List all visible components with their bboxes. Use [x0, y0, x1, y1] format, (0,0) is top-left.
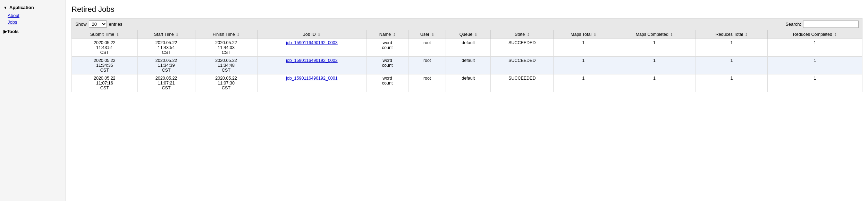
search-input[interactable] [803, 21, 859, 28]
table-row: 2020.05.2211:43:51CST2020.05.2211:43:54C… [72, 39, 862, 57]
sidebar-about-link[interactable]: About [8, 12, 66, 19]
cell-start-time: 2020.05.2211:43:54CST [137, 39, 195, 57]
show-label: Show [75, 22, 87, 27]
table-row: 2020.05.2211:07:16CST2020.05.2211:07:21C… [72, 74, 862, 92]
cell-reduces-completed: 1 [768, 74, 862, 92]
cell-reduces-completed: 1 [768, 39, 862, 57]
sidebar-tools-header[interactable]: ▶ Tools [0, 27, 66, 36]
col-reduces-total[interactable]: Reduces Total ⇕ [696, 30, 768, 39]
sidebar-tools-label: Tools [7, 29, 19, 34]
table-header-row: Submit Time ⇕ Start Time ⇕ Finish Time ⇕… [72, 30, 862, 39]
cell-name: wordcount [366, 74, 408, 92]
entries-select[interactable]: 10 20 50 100 [89, 21, 107, 28]
main-content: Retired Jobs Show 10 20 50 100 entries S… [66, 0, 868, 201]
sidebar-application-label: Application [9, 5, 34, 10]
cell-queue: default [446, 57, 491, 74]
col-maps-total[interactable]: Maps Total ⇕ [554, 30, 613, 39]
col-finish-time[interactable]: Finish Time ⇕ [195, 30, 257, 39]
cell-user: root [408, 57, 446, 74]
cell-submit-time: 2020.05.2211:07:16CST [72, 74, 138, 92]
col-queue[interactable]: Queue ⇕ [446, 30, 491, 39]
cell-queue: default [446, 74, 491, 92]
search-label: Search: [785, 22, 801, 27]
cell-reduces-total: 1 [696, 74, 768, 92]
cell-user: root [408, 74, 446, 92]
col-job-id[interactable]: Job ID ⇕ [257, 30, 366, 39]
job-id-link[interactable]: job_1590116490192_0003 [286, 40, 338, 45]
col-maps-completed[interactable]: Maps Completed ⇕ [613, 30, 696, 39]
table-row: 2020.05.2211:34:35CST2020.05.2211:34:39C… [72, 57, 862, 74]
col-state[interactable]: State ⇕ [491, 30, 554, 39]
show-entries-container: Show 10 20 50 100 entries [75, 21, 123, 28]
cell-user: root [408, 39, 446, 57]
cell-state: SUCCEEDED [491, 74, 554, 92]
cell-maps-completed: 1 [613, 74, 696, 92]
cell-name: wordcount [366, 57, 408, 74]
cell-maps-completed: 1 [613, 39, 696, 57]
sidebar-jobs-link[interactable]: Jobs [8, 19, 66, 25]
job-id-link[interactable]: job_1590116490192_0001 [286, 76, 338, 81]
col-name[interactable]: Name ⇕ [366, 30, 408, 39]
cell-maps-total: 1 [554, 39, 613, 57]
cell-submit-time: 2020.05.2211:43:51CST [72, 39, 138, 57]
cell-reduces-total: 1 [696, 39, 768, 57]
cell-reduces-completed: 1 [768, 57, 862, 74]
cell-reduces-total: 1 [696, 57, 768, 74]
cell-state: SUCCEEDED [491, 57, 554, 74]
table-controls: Show 10 20 50 100 entries Search: [71, 18, 862, 30]
col-submit-time[interactable]: Submit Time ⇕ [72, 30, 138, 39]
cell-job-id: job_1590116490192_0001 [257, 74, 366, 92]
cell-maps-total: 1 [554, 74, 613, 92]
jobs-table: Submit Time ⇕ Start Time ⇕ Finish Time ⇕… [71, 30, 862, 92]
application-arrow-icon: ▼ [3, 6, 7, 10]
cell-finish-time: 2020.05.2211:07:30CST [195, 74, 257, 92]
page-title: Retired Jobs [71, 5, 862, 14]
cell-name: wordcount [366, 39, 408, 57]
cell-job-id: job_1590116490192_0002 [257, 57, 366, 74]
cell-job-id: job_1590116490192_0003 [257, 39, 366, 57]
col-user[interactable]: User ⇕ [408, 30, 446, 39]
entries-label: entries [109, 22, 123, 27]
cell-maps-total: 1 [554, 57, 613, 74]
sidebar: ▼ Application About Jobs ▶ Tools [0, 0, 66, 201]
cell-submit-time: 2020.05.2211:34:35CST [72, 57, 138, 74]
cell-state: SUCCEEDED [491, 39, 554, 57]
search-box: Search: [785, 21, 859, 28]
col-reduces-completed[interactable]: Reduces Completed ⇕ [768, 30, 862, 39]
sidebar-application-header[interactable]: ▼ Application [0, 3, 66, 12]
table-body: 2020.05.2211:43:51CST2020.05.2211:43:54C… [72, 39, 862, 92]
cell-finish-time: 2020.05.2211:44:03CST [195, 39, 257, 57]
job-id-link[interactable]: job_1590116490192_0002 [286, 58, 338, 63]
col-start-time[interactable]: Start Time ⇕ [137, 30, 195, 39]
cell-start-time: 2020.05.2211:07:21CST [137, 74, 195, 92]
tools-arrow-icon: ▶ [3, 29, 7, 34]
cell-finish-time: 2020.05.2211:34:48CST [195, 57, 257, 74]
cell-maps-completed: 1 [613, 57, 696, 74]
sidebar-nav-links: About Jobs [0, 12, 66, 25]
cell-start-time: 2020.05.2211:34:39CST [137, 57, 195, 74]
cell-queue: default [446, 39, 491, 57]
